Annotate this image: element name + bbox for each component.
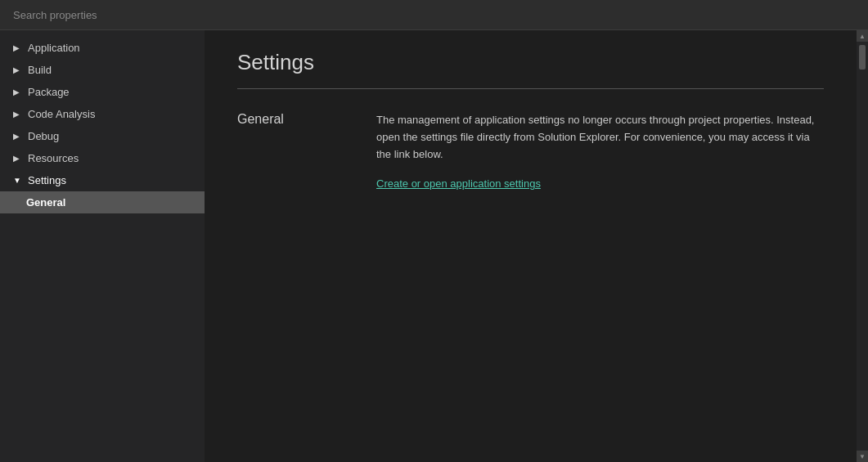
- sidebar-item-label: Application: [28, 42, 80, 54]
- scrollbar-track: ▲ ▼: [857, 30, 868, 462]
- search-bar: [0, 0, 868, 30]
- section-content: The management of application settings n…: [376, 112, 824, 193]
- sidebar-item-build[interactable]: ▶ Build: [0, 59, 205, 81]
- sidebar-item-settings-general[interactable]: General: [0, 191, 205, 213]
- chevron-down-icon: ▼: [13, 176, 23, 185]
- sidebar-item-debug[interactable]: ▶ Debug: [0, 125, 205, 147]
- sidebar-item-label: Settings: [28, 174, 66, 186]
- scroll-up-button[interactable]: ▲: [857, 30, 868, 42]
- chevron-right-icon: ▶: [13, 110, 23, 119]
- sidebar-item-label: Debug: [28, 130, 59, 142]
- sidebar-item-label: Build: [28, 64, 52, 76]
- search-input[interactable]: [13, 9, 855, 21]
- sidebar-item-package[interactable]: ▶ Package: [0, 81, 205, 103]
- chevron-right-icon: ▶: [13, 65, 23, 74]
- section-label: General: [237, 112, 344, 193]
- page-title: Settings: [237, 50, 824, 75]
- main-layout: ▶ Application ▶ Build ▶ Package ▶ Code A…: [0, 30, 868, 462]
- scroll-down-button[interactable]: ▼: [857, 451, 868, 462]
- create-or-open-settings-link[interactable]: Create or open application settings: [376, 177, 541, 190]
- chevron-right-icon: ▶: [13, 43, 23, 52]
- chevron-right-icon: ▶: [13, 154, 23, 163]
- divider: [237, 88, 824, 89]
- sidebar-item-settings[interactable]: ▼ Settings: [0, 169, 205, 191]
- sidebar-item-code-analysis[interactable]: ▶ Code Analysis: [0, 103, 205, 125]
- content-area: Settings General The management of appli…: [205, 30, 857, 462]
- chevron-right-icon: ▶: [13, 132, 23, 141]
- chevron-right-icon: ▶: [13, 87, 23, 96]
- sidebar-item-label: Resources: [28, 152, 79, 164]
- settings-section: General The management of application se…: [237, 112, 824, 193]
- sidebar-item-label: Code Analysis: [28, 108, 95, 120]
- sidebar-item-label: Package: [28, 86, 70, 98]
- sidebar-item-resources[interactable]: ▶ Resources: [0, 147, 205, 169]
- sidebar-item-application[interactable]: ▶ Application: [0, 37, 205, 59]
- section-description: The management of application settings n…: [376, 112, 824, 163]
- sidebar-item-label: General: [26, 196, 65, 209]
- scroll-thumb[interactable]: [859, 45, 866, 70]
- sidebar: ▶ Application ▶ Build ▶ Package ▶ Code A…: [0, 30, 205, 462]
